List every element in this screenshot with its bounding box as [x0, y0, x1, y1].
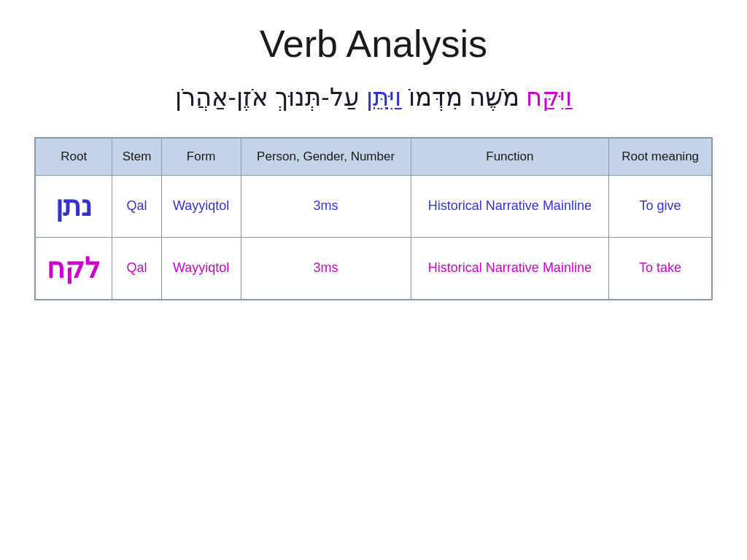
hebrew-word-vayyiqqach: וַיִּקַּח [526, 83, 572, 111]
cell-form-2: Wayyiqtol [161, 237, 241, 300]
col-header-function: Function [411, 138, 609, 176]
cell-form-1: Wayyiqtol [161, 175, 241, 237]
hebrew-sentence: וַיִּקַּח מֹשֶׁה מִדְּמוֹ וַיִּתֵּן עַל-… [175, 80, 573, 115]
cell-pgn-2: 3ms [241, 237, 411, 300]
col-header-stem: Stem [112, 138, 161, 176]
cell-stem-2: Qal [112, 237, 161, 300]
cell-function-2: Historical Narrative Mainline [411, 237, 609, 300]
col-header-root: Root [35, 138, 112, 176]
verb-analysis-table-container: Root Stem Form Person, Gender, Number Fu… [34, 137, 713, 300]
cell-meaning-1: To give [609, 175, 712, 237]
table-row: לקח Qal Wayyiqtol 3ms Historical Narrati… [35, 237, 712, 300]
hebrew-word-moshe: מֹשֶׁה מִדְּמוֹ [401, 83, 526, 111]
col-header-form: Form [161, 138, 241, 176]
cell-pgn-1: 3ms [241, 175, 411, 237]
table-header-row: Root Stem Form Person, Gender, Number Fu… [35, 138, 712, 176]
page: Verb Analysis וַיִּקַּח מֹשֶׁה מִדְּמוֹ … [0, 0, 747, 560]
col-header-pgn: Person, Gender, Number [241, 138, 411, 176]
cell-meaning-2: To take [609, 237, 712, 300]
hebrew-phrase-rest: עַל-תְּנוּךְ אֹזֶן-אַהֲרֹן [175, 83, 367, 111]
cell-stem-1: Qal [112, 175, 161, 237]
page-title: Verb Analysis [260, 22, 487, 66]
hebrew-word-vayyitten: וַיִּתֵּן [366, 83, 401, 111]
verb-analysis-table: Root Stem Form Person, Gender, Number Fu… [34, 137, 713, 300]
col-header-meaning: Root meaning [609, 138, 712, 176]
cell-function-1: Historical Narrative Mainline [411, 175, 609, 237]
cell-root-1: נתן [35, 175, 112, 237]
cell-root-2: לקח [35, 237, 112, 300]
table-row: נתן Qal Wayyiqtol 3ms Historical Narrati… [35, 175, 712, 237]
